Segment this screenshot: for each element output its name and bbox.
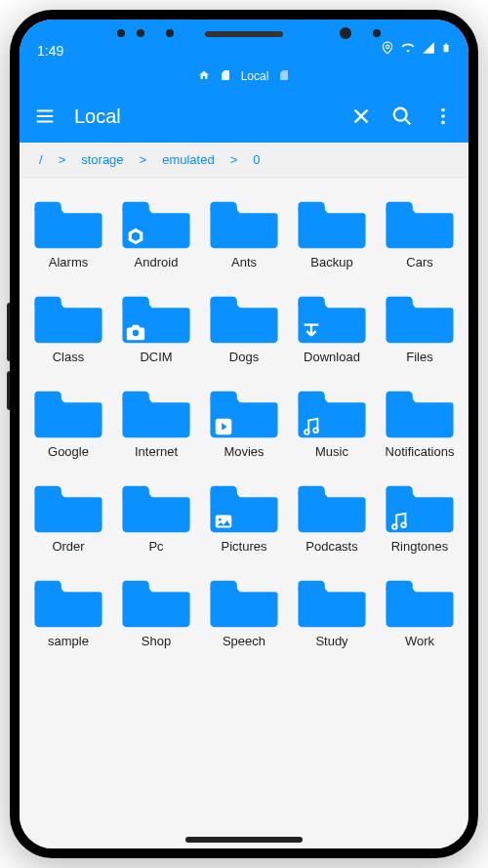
chevron-icon: > [59, 152, 66, 167]
folder-label: Alarms [49, 256, 88, 270]
folder-item[interactable]: Movies [201, 377, 287, 466]
breadcrumb-part[interactable]: / [39, 152, 43, 167]
folder-label: Study [315, 635, 347, 649]
folder-icon [385, 193, 455, 250]
folder-label: Files [406, 351, 432, 365]
svg-point-10 [441, 108, 445, 112]
svg-point-20 [401, 522, 406, 527]
folder-label: Speech [223, 635, 265, 649]
battery-icon [441, 40, 451, 59]
folder-item[interactable]: Backup [289, 187, 375, 276]
folder-label: Pc [148, 540, 163, 555]
folder-label: Internet [135, 445, 178, 460]
folder-label: Work [405, 635, 434, 649]
folder-icon [385, 572, 455, 629]
folder-item[interactable]: Pc [113, 472, 199, 560]
folder-item[interactable]: sample [25, 566, 111, 655]
folder-item[interactable]: Order [25, 472, 111, 560]
folder-label: Cars [406, 256, 432, 270]
folder-icon [297, 193, 367, 250]
folder-icon [209, 193, 279, 250]
folder-item[interactable]: Notificati­ons [377, 377, 463, 466]
svg-point-8 [394, 108, 407, 121]
folder-icon [121, 288, 191, 345]
folder-item[interactable]: Google [25, 377, 111, 466]
file-grid-container[interactable]: Alarms Android Ants Backup Cars [20, 178, 468, 848]
chevron-icon: > [140, 152, 147, 167]
breadcrumb-part[interactable]: storage [81, 152, 123, 167]
mini-breadcrumb: Local [20, 62, 468, 90]
folder-icon [209, 572, 279, 629]
file-grid: Alarms Android Ants Backup Cars [25, 187, 463, 655]
location-icon [381, 41, 394, 58]
folder-item[interactable]: Files [377, 282, 463, 371]
folder-icon [209, 383, 279, 439]
folder-icon [385, 477, 455, 534]
folder-item[interactable]: Music [289, 377, 375, 466]
status-time: 1:49 [37, 43, 63, 59]
folder-icon [209, 288, 279, 345]
hex-icon [125, 227, 146, 248]
folder-item[interactable]: Speech [201, 566, 287, 655]
image-icon [213, 511, 234, 532]
svg-rect-2 [445, 43, 447, 44]
folder-icon [33, 193, 103, 250]
folder-icon [121, 193, 191, 250]
download-icon [301, 321, 322, 343]
svg-point-19 [392, 524, 397, 529]
folder-item[interactable]: Download [289, 282, 375, 371]
folder-item[interactable]: Ants [201, 187, 287, 276]
folder-icon [121, 572, 191, 629]
folder-label: Android [135, 256, 179, 270]
folder-icon [385, 383, 455, 439]
folder-icon [33, 383, 103, 439]
svg-point-12 [441, 121, 445, 125]
folder-label: Google [48, 445, 89, 460]
overflow-menu-button[interactable] [431, 104, 455, 128]
search-button[interactable] [390, 104, 414, 128]
folder-icon [121, 383, 191, 439]
folder-icon [33, 477, 103, 534]
svg-rect-1 [444, 45, 449, 53]
mini-breadcrumb-label: Local [241, 69, 269, 83]
folder-item[interactable]: DCIM [113, 282, 199, 371]
menu-button[interactable] [33, 104, 57, 128]
chevron-icon: > [230, 152, 238, 167]
page-title: Local [74, 105, 332, 128]
folder-label: Dogs [229, 351, 259, 365]
folder-icon [209, 477, 279, 534]
breadcrumb-part[interactable]: emulated [162, 152, 214, 167]
folder-item[interactable]: Android [113, 187, 199, 276]
svg-point-13 [133, 330, 139, 336]
folder-label: sample [48, 635, 89, 649]
folder-item[interactable]: Shop [113, 566, 199, 655]
home-icon [198, 69, 210, 84]
folder-icon [297, 477, 367, 534]
folder-item[interactable]: Dogs [201, 282, 287, 371]
folder-label: Notificati­ons [386, 445, 455, 460]
folder-label: Movies [224, 445, 264, 460]
folder-item[interactable]: Class [25, 282, 111, 371]
folder-label: Class [53, 351, 85, 365]
folder-label: DCIM [140, 351, 172, 365]
svg-point-0 [386, 45, 389, 49]
breadcrumb-part[interactable]: 0 [253, 152, 260, 167]
folder-label: Shop [142, 635, 171, 649]
folder-item[interactable]: Study [289, 566, 375, 655]
signal-icon [422, 41, 435, 58]
folder-label: Pictures [222, 540, 267, 555]
folder-item[interactable]: Ringtones [377, 472, 463, 560]
folder-item[interactable]: Pictures [201, 472, 287, 560]
folder-icon [385, 288, 455, 345]
folder-label: Podcasts [305, 540, 357, 555]
folder-item[interactable]: Internet [113, 377, 199, 466]
folder-item[interactable]: Work [377, 566, 463, 655]
close-button[interactable] [349, 104, 373, 128]
folder-label: Ants [231, 256, 257, 270]
sd2-icon [278, 69, 290, 84]
folder-icon [33, 572, 103, 629]
folder-item[interactable]: Podcasts [289, 472, 375, 560]
folder-item[interactable]: Cars [377, 187, 463, 276]
status-icons [381, 40, 451, 59]
folder-item[interactable]: Alarms [25, 187, 111, 276]
